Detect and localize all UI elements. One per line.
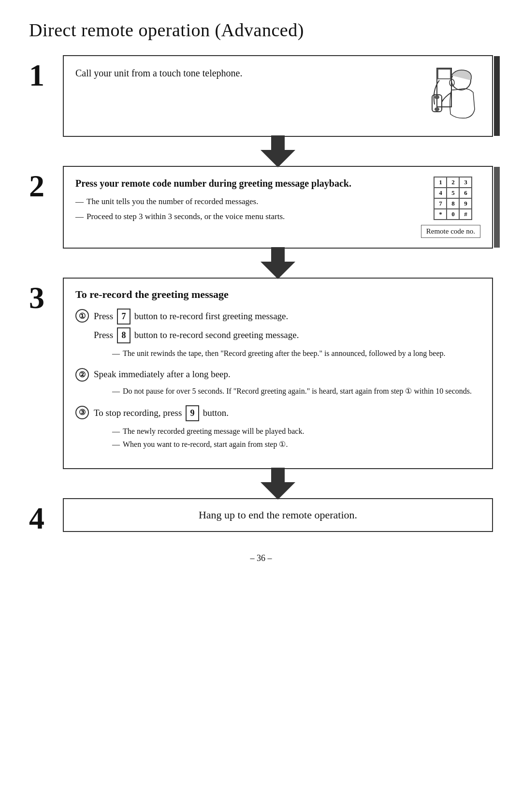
substep-1: ① Press 7 button to re-record first gree… bbox=[75, 309, 480, 361]
key-9: 9 bbox=[459, 198, 472, 209]
substep-2: ② Speak immediately after a long beep. —… bbox=[75, 368, 480, 399]
substep-3-number: ③ bbox=[75, 406, 89, 419]
step-2-number: 2 bbox=[29, 171, 58, 202]
step-4-number: 4 bbox=[29, 503, 58, 534]
step-3-number: 3 bbox=[29, 282, 58, 313]
substep-2-bullet-1-text: Do not pause for over 5 seconds. If "Rec… bbox=[123, 385, 472, 398]
key-1: 1 bbox=[434, 177, 447, 188]
substep-3-bullet-1: — The newly recorded greeting message wi… bbox=[112, 425, 480, 438]
keypad-row-2: 4 5 6 bbox=[434, 188, 472, 198]
page-title: Direct remote operation (Advanced) bbox=[29, 19, 493, 41]
step-2-sidebar bbox=[494, 167, 500, 248]
keypad-row-3: 7 8 9 bbox=[434, 198, 472, 209]
svg-rect-0 bbox=[437, 68, 451, 107]
step-3-heading: To re-record the greeting message bbox=[75, 288, 480, 301]
substep-1-bullet-1-text: The unit rewinds the tape, then "Record … bbox=[123, 347, 446, 360]
substep-3-content: To stop recording, press 9 button. — The… bbox=[94, 405, 480, 452]
key-2: 2 bbox=[447, 177, 459, 188]
arrow-3 bbox=[63, 469, 493, 498]
substep-2-bullet-1: — Do not pause for over 5 seconds. If "R… bbox=[112, 385, 480, 398]
key-8-box: 8 bbox=[117, 327, 130, 343]
keypad-row-1: 1 2 3 bbox=[434, 177, 472, 188]
key-6: 6 bbox=[459, 188, 472, 198]
key-0: 0 bbox=[447, 209, 459, 220]
svg-point-4 bbox=[435, 95, 439, 99]
substep-1-bullet-1: — The unit rewinds the tape, then "Recor… bbox=[112, 347, 480, 360]
substep-1-after-1: button to re-record first greeting messa… bbox=[132, 311, 288, 321]
step-3-row: 3 To re-record the greeting message ① Pr… bbox=[29, 278, 493, 469]
step-1-number: 1 bbox=[29, 60, 58, 91]
substep-3-after: button. bbox=[201, 408, 229, 418]
svg-rect-1 bbox=[438, 69, 450, 79]
remote-code-label: Remote code no. bbox=[421, 225, 480, 238]
substep-2-main: Speak immediately after a long beep. bbox=[94, 368, 480, 382]
step-2-bullet-1: — The unit tells you the number of recor… bbox=[75, 195, 411, 208]
key-4: 4 bbox=[434, 188, 447, 198]
page-number: – 36 – bbox=[29, 553, 493, 563]
step-2-row: 2 Press your remote code number during g… bbox=[29, 166, 493, 249]
key-hash: # bbox=[459, 209, 472, 220]
substep-3-bullet-1-text: The newly recorded greeting message will… bbox=[123, 425, 304, 438]
substep-1-line-2: Press 8 button to re-record second greet… bbox=[94, 327, 480, 343]
substep-3-bullets: — The newly recorded greeting message wi… bbox=[112, 425, 480, 451]
step-4-box: Hang up to end the remote operation. bbox=[63, 498, 493, 532]
substep-1-press-2: Press bbox=[94, 330, 116, 340]
keypad-row-4: * 0 # bbox=[434, 209, 472, 220]
dash-s3b: — bbox=[112, 438, 120, 451]
svg-point-5 bbox=[435, 107, 439, 111]
dash-s3a: — bbox=[112, 425, 120, 438]
step-2-keypad-col: 1 2 3 4 5 6 7 8 9 * bbox=[421, 177, 480, 238]
key-7-box: 7 bbox=[117, 309, 130, 325]
step-4-row: 4 Hang up to end the remote operation. bbox=[29, 498, 493, 534]
substep-1-after-2: button to re-record second greeting mess… bbox=[132, 330, 299, 340]
step-2-bullets: — The unit tells you the number of recor… bbox=[75, 195, 411, 223]
step-1-image bbox=[403, 66, 480, 126]
step-2-bullet-1-text: The unit tells you the number of recorde… bbox=[87, 195, 258, 208]
dash-1: — bbox=[75, 195, 84, 208]
step-2-box: Press your remote code number during gre… bbox=[63, 166, 493, 249]
arrow-1 bbox=[63, 137, 493, 166]
substep-3-before: To stop recording, press bbox=[94, 408, 184, 418]
key-7: 7 bbox=[434, 198, 447, 209]
step-3-box: To re-record the greeting message ① Pres… bbox=[63, 278, 493, 469]
dash-2: — bbox=[75, 210, 84, 223]
key-8: 8 bbox=[447, 198, 459, 209]
dash-s1: — bbox=[112, 347, 120, 360]
substep-2-content: Speak immediately after a long beep. — D… bbox=[94, 368, 480, 399]
arrow-2 bbox=[63, 249, 493, 278]
step-1-row: 1 Call your unit from a touch tone telep… bbox=[29, 55, 493, 137]
step-1-box: Call your unit from a touch tone telepho… bbox=[63, 55, 493, 137]
keypad: 1 2 3 4 5 6 7 8 9 * bbox=[434, 177, 472, 220]
substep-1-bullets: — The unit rewinds the tape, then "Recor… bbox=[112, 347, 480, 360]
substep-1-line-1: Press 7 button to re-record first greeti… bbox=[94, 309, 480, 325]
substep-3-main: To stop recording, press 9 button. bbox=[94, 405, 480, 421]
substep-2-number: ② bbox=[75, 368, 89, 382]
substep-1-press-1: Press bbox=[94, 311, 116, 321]
substep-2-bullets: — Do not pause for over 5 seconds. If "R… bbox=[112, 385, 480, 398]
step-1-sidebar bbox=[494, 56, 500, 136]
key-5: 5 bbox=[447, 188, 459, 198]
substep-1-content: Press 7 button to re-record first greeti… bbox=[94, 309, 480, 361]
substep-1-number: ① bbox=[75, 309, 89, 323]
key-9-box: 9 bbox=[186, 405, 199, 421]
substep-3: ③ To stop recording, press 9 button. — T… bbox=[75, 405, 480, 452]
dash-s2: — bbox=[112, 385, 120, 398]
step-1-text: Call your unit from a touch tone telepho… bbox=[75, 66, 393, 80]
key-star: * bbox=[434, 209, 447, 220]
step-2-heading: Press your remote code number during gre… bbox=[75, 177, 411, 190]
step-2-bullet-2-text: Proceed to step 3 within 3 seconds, or t… bbox=[87, 210, 285, 223]
substep-3-bullet-2-text: When you want to re-record, start again … bbox=[123, 438, 288, 451]
step-4-text: Hang up to end the remote operation. bbox=[199, 509, 357, 521]
key-3: 3 bbox=[459, 177, 472, 188]
telephone-illustration bbox=[403, 66, 480, 124]
substep-3-bullet-2: — When you want to re-record, start agai… bbox=[112, 438, 480, 451]
step-2-bullet-2: — Proceed to step 3 within 3 seconds, or… bbox=[75, 210, 411, 223]
